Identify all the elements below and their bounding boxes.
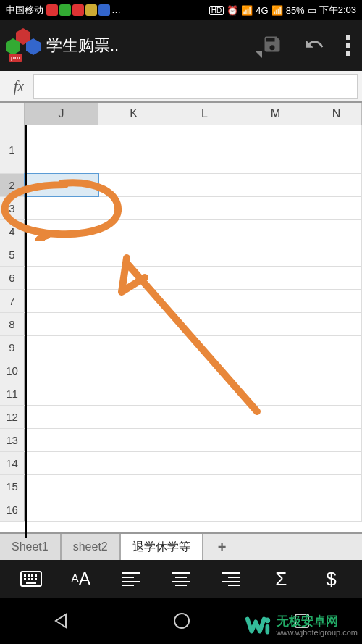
cell-M1[interactable] bbox=[240, 125, 311, 173]
cell-L3[interactable] bbox=[169, 197, 240, 219]
row-header-3[interactable]: 3 bbox=[0, 197, 25, 219]
cell-N4[interactable] bbox=[311, 220, 362, 243]
cell-M12[interactable] bbox=[240, 406, 311, 428]
col-header-K[interactable]: K bbox=[98, 103, 169, 125]
row-header-8[interactable]: 8 bbox=[0, 313, 25, 335]
cell-K10[interactable] bbox=[98, 359, 169, 382]
cell-K15[interactable] bbox=[98, 475, 169, 498]
align-left-button[interactable] bbox=[115, 563, 147, 595]
cell-N5[interactable] bbox=[311, 243, 362, 266]
row-header-12[interactable]: 12 bbox=[0, 406, 25, 428]
col-header-M[interactable]: M bbox=[240, 103, 311, 125]
cell-K11[interactable] bbox=[98, 382, 169, 405]
cell-N9[interactable] bbox=[311, 336, 362, 359]
col-header-L[interactable]: L bbox=[169, 103, 240, 125]
cell-L13[interactable] bbox=[169, 429, 240, 451]
cell-J7[interactable] bbox=[25, 290, 98, 312]
align-right-button[interactable] bbox=[215, 563, 247, 595]
cell-M3[interactable] bbox=[240, 197, 311, 219]
cell-J2[interactable] bbox=[25, 174, 98, 196]
cell-M8[interactable] bbox=[240, 313, 311, 335]
cell-N3[interactable] bbox=[311, 197, 362, 219]
cell-N6[interactable] bbox=[311, 267, 362, 289]
app-logo[interactable]: pro bbox=[6, 28, 41, 63]
col-header-J[interactable]: J bbox=[25, 103, 98, 125]
cell-M2[interactable] bbox=[240, 174, 311, 196]
cell-L14[interactable] bbox=[169, 452, 240, 474]
tab-dropout[interactable]: 退学休学等 bbox=[121, 534, 203, 560]
cell-J15[interactable] bbox=[25, 475, 98, 498]
cell-M7[interactable] bbox=[240, 290, 311, 312]
row-header-2[interactable]: 2 bbox=[0, 174, 25, 196]
cell-L5[interactable] bbox=[169, 243, 240, 266]
currency-button[interactable]: $ bbox=[315, 563, 347, 595]
cell-M9[interactable] bbox=[240, 336, 311, 359]
cell-N14[interactable] bbox=[311, 452, 362, 474]
cell-N2[interactable] bbox=[311, 174, 362, 196]
cell-L11[interactable] bbox=[169, 382, 240, 405]
cell-L12[interactable] bbox=[169, 406, 240, 428]
cell-J3[interactable] bbox=[25, 197, 98, 219]
cell-K1[interactable] bbox=[98, 125, 169, 173]
cell-L15[interactable] bbox=[169, 475, 240, 498]
cell-J13[interactable] bbox=[25, 429, 98, 451]
cell-N8[interactable] bbox=[311, 313, 362, 335]
col-header-N[interactable]: N bbox=[311, 103, 362, 125]
row-header-10[interactable]: 10 bbox=[0, 359, 25, 382]
cell-K9[interactable] bbox=[98, 336, 169, 359]
cell-J6[interactable] bbox=[25, 267, 98, 289]
undo-button[interactable] bbox=[303, 34, 326, 57]
cell-N15[interactable] bbox=[311, 475, 362, 498]
cell-J8[interactable] bbox=[25, 313, 98, 335]
tab-sheet1[interactable]: Sheet1 bbox=[0, 534, 62, 560]
cell-K5[interactable] bbox=[98, 243, 169, 266]
cell-J11[interactable] bbox=[25, 382, 98, 405]
row-header-1[interactable]: 1 bbox=[0, 125, 25, 173]
row-header-11[interactable]: 11 bbox=[0, 382, 25, 405]
cell-N12[interactable] bbox=[311, 406, 362, 428]
select-all-corner[interactable] bbox=[0, 103, 25, 125]
row-header-14[interactable]: 14 bbox=[0, 452, 25, 474]
cell-M4[interactable] bbox=[240, 220, 311, 243]
cell-M10[interactable] bbox=[240, 359, 311, 382]
cell-K16[interactable] bbox=[98, 498, 169, 521]
row-header-5[interactable]: 5 bbox=[0, 243, 25, 266]
font-button[interactable]: AA bbox=[65, 563, 97, 595]
cell-K4[interactable] bbox=[98, 220, 169, 243]
cell-K12[interactable] bbox=[98, 406, 169, 428]
cell-L4[interactable] bbox=[169, 220, 240, 243]
row-header-4[interactable]: 4 bbox=[0, 220, 25, 243]
cell-N1[interactable] bbox=[311, 125, 362, 173]
cell-J1[interactable] bbox=[25, 125, 98, 173]
cell-N10[interactable] bbox=[311, 359, 362, 382]
cell-J5[interactable] bbox=[25, 243, 98, 266]
cell-L9[interactable] bbox=[169, 336, 240, 359]
cell-K8[interactable] bbox=[98, 313, 169, 335]
cell-L7[interactable] bbox=[169, 290, 240, 312]
add-sheet-button[interactable]: + bbox=[203, 534, 241, 560]
cell-M16[interactable] bbox=[240, 498, 311, 521]
row-header-7[interactable]: 7 bbox=[0, 290, 25, 312]
fx-label[interactable]: fx bbox=[4, 78, 33, 95]
row-header-13[interactable]: 13 bbox=[0, 429, 25, 451]
cell-M5[interactable] bbox=[240, 243, 311, 266]
cell-L2[interactable] bbox=[169, 174, 240, 196]
tab-sheet2[interactable]: sheet2 bbox=[62, 534, 121, 560]
cell-K7[interactable] bbox=[98, 290, 169, 312]
cell-N16[interactable] bbox=[311, 498, 362, 521]
cell-L6[interactable] bbox=[169, 267, 240, 289]
cell-K14[interactable] bbox=[98, 452, 169, 474]
row-header-16[interactable]: 16 bbox=[0, 498, 25, 521]
keyboard-button[interactable] bbox=[15, 563, 47, 595]
cell-N7[interactable] bbox=[311, 290, 362, 312]
cell-L1[interactable] bbox=[169, 125, 240, 173]
cell-N13[interactable] bbox=[311, 429, 362, 451]
cell-K13[interactable] bbox=[98, 429, 169, 451]
cell-M13[interactable] bbox=[240, 429, 311, 451]
cell-J10[interactable] bbox=[25, 359, 98, 382]
align-center-button[interactable] bbox=[165, 563, 197, 595]
cell-L10[interactable] bbox=[169, 359, 240, 382]
row-header-6[interactable]: 6 bbox=[0, 267, 25, 289]
row-header-15[interactable]: 15 bbox=[0, 475, 25, 498]
home-button[interactable] bbox=[172, 611, 191, 630]
